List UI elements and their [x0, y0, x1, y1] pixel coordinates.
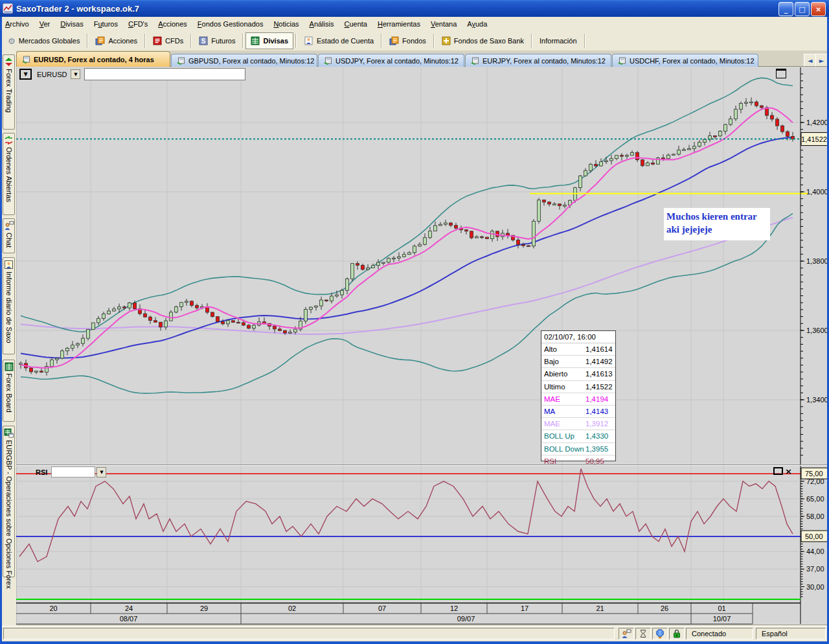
sidebar-item-eurgbp-operaciones-sobre-opciones-forex[interactable]: EURGBP - Operaciones sobre Opciones Fore… — [3, 426, 15, 577]
tooltip-row: Alto1,41614 — [541, 343, 615, 356]
tab-usdjpy[interactable]: USDJPY, Forex al contado, Minutos:12 — [318, 54, 464, 67]
rsi-close-icon[interactable]: × — [785, 468, 792, 475]
tab-label: EURUSD, Forex al contado, 4 horas — [34, 56, 154, 63]
toolbar-button-label: Estado de Cuenta — [317, 37, 374, 45]
toolbar-separator — [584, 34, 585, 48]
sidebar-item-ordenes-abiertas[interactable]: Ordenes Abiertas — [3, 133, 15, 215]
tooltip-row-label: Abierto — [544, 368, 585, 380]
fx-options-icon — [4, 428, 14, 438]
toolbar-button-label: CFDs — [165, 37, 183, 45]
status-cell-chat-user-icon[interactable] — [619, 628, 634, 639]
menu-ver[interactable]: Ver — [34, 18, 56, 30]
instrument-search-input[interactable] — [84, 68, 245, 80]
tooltip-row-value: 1,41492 — [585, 356, 613, 367]
tooltip-row-label: Alto — [544, 343, 585, 355]
tooltip-row: BOLL Down1,3955 — [541, 443, 615, 455]
chart-text-annotation[interactable]: Muchos kieren entrar aki jejejeje — [664, 208, 770, 240]
sidebar-item-chat[interactable]: Chat — [3, 218, 15, 253]
menu-divisas[interactable]: Divisas — [55, 18, 88, 30]
chart-doc-icon — [618, 57, 626, 65]
toolbar-button-futuros[interactable]: SFuturos — [194, 32, 240, 49]
tab-eurjpy[interactable]: EURJPY, Forex al contado, Minutos:12 — [465, 54, 611, 67]
rsi-dropdown-button[interactable]: ▼ — [97, 467, 106, 477]
chevron-down-icon: ▼ — [74, 72, 77, 77]
document-tab-bar: EURUSD, Forex al contado, 4 horasGBPUSD,… — [0, 51, 829, 67]
toolbar-button-label: Fondos de Saxo Bank — [454, 37, 524, 45]
tab-eurusd[interactable]: EURUSD, Forex al contado, 4 horas — [16, 51, 170, 67]
sidebar-item-label: Chat — [5, 233, 13, 247]
lock-icon — [672, 628, 682, 639]
status-cell-lock-icon[interactable] — [669, 628, 685, 639]
toolbar-button-label: Mercados Globales — [19, 37, 80, 45]
toolbar-button-label: Divisas — [263, 37, 288, 45]
sidebar-item-forex-trading[interactable]: Forex Trading — [3, 54, 15, 130]
tooltip-row: Bajo1,41492 — [541, 356, 615, 368]
menu-ayuda[interactable]: Ayuda — [462, 18, 492, 30]
menu-ventana[interactable]: Ventana — [426, 18, 462, 30]
toolbar-button-cfds[interactable]: CFDs — [148, 32, 188, 49]
tooltip-row-label: MA — [544, 406, 585, 417]
tooltip-row-label: MAE — [544, 393, 585, 405]
tab-label: USDCHF, Forex al contado, Minutos:12 — [630, 57, 755, 65]
status-message-area — [3, 628, 615, 639]
tooltip-row-label: Ultimo — [544, 381, 585, 393]
minimize-button[interactable]: _ — [778, 2, 793, 16]
tab-scroll-right-button[interactable]: ► — [815, 54, 828, 67]
toolbar-separator — [242, 34, 244, 48]
toolbar-button-label: Información — [539, 37, 576, 45]
rsi-settings-input[interactable] — [51, 466, 95, 477]
toolbar-button-fondos-de-saxo-bank[interactable]: Fondos de Saxo Bank — [437, 32, 529, 49]
toolbar-button-divisas[interactable]: Divisas — [245, 32, 293, 49]
toolbar-button-informaci-n[interactable]: Información — [534, 32, 582, 49]
app-icon — [3, 3, 13, 14]
rsi-maximize-icon[interactable] — [773, 467, 783, 475]
tooltip-row-value: 1,41522 — [585, 381, 613, 393]
window-border-bottom — [0, 641, 829, 644]
toolbar-button-fondos[interactable]: Fondos — [384, 32, 431, 49]
ohlc-tooltip: 02/10/07, 16:00 Alto1,41614Bajo1,41492Ab… — [541, 330, 616, 461]
tab-gbpusd[interactable]: GBPUSD, Forex al contado, Minutos:12 — [171, 54, 317, 67]
tab-usdchf[interactable]: USDCHF, Forex al contado, Minutos:12 — [612, 54, 758, 67]
tooltip-row-value: 1,41613 — [585, 368, 613, 380]
chart-canvas[interactable] — [16, 67, 827, 625]
tooltip-row: MA1,4143 — [541, 406, 615, 418]
close-button[interactable]: × — [811, 2, 826, 16]
toolbar-button-acciones[interactable]: Acciones — [90, 32, 142, 49]
menu-noticias[interactable]: Noticias — [268, 18, 304, 30]
menu-bar: ArchivoVerDivisasFuturosCFD'sAccionesFon… — [0, 17, 829, 32]
saxo-funds-icon — [442, 36, 451, 45]
toolbar-separator — [531, 34, 532, 48]
sidebar-item-informe-diario-de-saxo[interactable]: Informe diario de Saxo — [3, 257, 15, 354]
status-cell-hourglass-icon[interactable] — [635, 628, 651, 639]
language-status-text: Español — [756, 630, 788, 638]
toolbar-button-estado-de-cuenta[interactable]: Estado de Cuenta — [299, 32, 379, 49]
annotation-line: Muchos kieren entrar — [666, 210, 769, 223]
menu-cfd-s[interactable]: CFD's — [123, 18, 153, 30]
annotation-line: aki jejejeje — [666, 223, 769, 236]
menu-futuros[interactable]: Futuros — [89, 18, 123, 30]
menu-acciones[interactable]: Acciones — [153, 18, 192, 30]
menu-archivo[interactable]: Archivo — [0, 18, 34, 30]
sidebar-item-forex-board[interactable]: Forex Board — [3, 360, 15, 422]
chart-menu-button[interactable]: ▼ — [19, 69, 32, 80]
instrument-dropdown-button[interactable]: ▼ — [71, 69, 80, 79]
tab-scroll-left-button[interactable]: ◄ — [804, 54, 816, 67]
maximize-button[interactable]: □ — [795, 2, 810, 16]
toolbar-button-mercados-globales[interactable]: ⚙Mercados Globales — [3, 32, 85, 49]
menu-an-lisis[interactable]: Análisis — [304, 18, 339, 30]
menu-cuenta[interactable]: Cuenta — [339, 18, 372, 30]
chat-icon — [4, 221, 14, 231]
futures-icon: S — [199, 36, 208, 45]
hourglass-icon — [638, 628, 648, 639]
tooltip-row-label: MAE — [544, 418, 585, 430]
tooltip-row: BOLL Up1,4330 — [541, 430, 615, 443]
status-cell-network-globe-icon[interactable] — [652, 628, 668, 639]
sidebar-item-label: Forex Trading — [5, 69, 13, 113]
menu-fondos-gestionados[interactable]: Fondos Gestionados — [192, 18, 269, 30]
menu-herramientas[interactable]: Herramientas — [372, 18, 426, 30]
instrument-select[interactable]: EURUSD — [37, 71, 67, 78]
toolbar: ⚙Mercados GlobalesAccionesCFDsSFuturosDi… — [0, 31, 829, 51]
tooltip-row-value: 1,4330 — [585, 430, 608, 442]
tab-label: EURJPY, Forex al contado, Minutos:12 — [483, 57, 606, 65]
chart-restore-icon[interactable] — [776, 69, 786, 78]
